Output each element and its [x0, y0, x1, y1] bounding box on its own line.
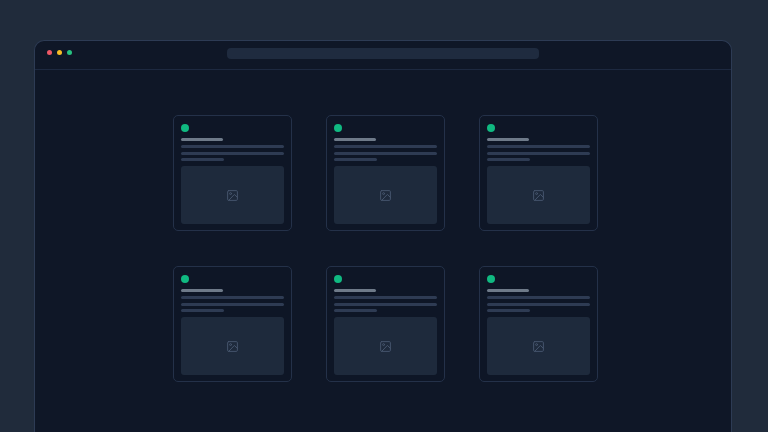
image-icon — [532, 340, 545, 353]
image-placeholder — [487, 166, 590, 224]
text-line-placeholder-3 — [334, 309, 377, 312]
card-grid — [173, 115, 598, 382]
text-line-placeholder-1 — [181, 296, 284, 299]
image-placeholder — [181, 166, 284, 224]
text-line-placeholder-2 — [487, 152, 590, 155]
title-placeholder — [181, 289, 223, 292]
text-line-placeholder-3 — [181, 158, 224, 161]
text-line-placeholder-3 — [487, 158, 530, 161]
card[interactable] — [326, 266, 445, 382]
text-line-placeholder-2 — [334, 152, 437, 155]
text-line-placeholder-1 — [334, 145, 437, 148]
image-icon — [379, 340, 392, 353]
text-line-placeholder-3 — [181, 309, 224, 312]
title-placeholder — [487, 138, 529, 141]
card[interactable] — [479, 115, 598, 231]
text-line-placeholder-3 — [487, 309, 530, 312]
title-placeholder — [334, 138, 376, 141]
status-dot — [487, 124, 495, 132]
page-content — [35, 70, 731, 432]
image-placeholder — [334, 317, 437, 375]
title-placeholder — [334, 289, 376, 292]
image-icon — [532, 189, 545, 202]
card[interactable] — [326, 115, 445, 231]
text-line-placeholder-1 — [334, 296, 437, 299]
status-dot — [487, 275, 495, 283]
traffic-lights — [47, 50, 72, 55]
image-icon — [379, 189, 392, 202]
text-line-placeholder-1 — [487, 296, 590, 299]
card[interactable] — [173, 266, 292, 382]
image-placeholder — [181, 317, 284, 375]
text-line-placeholder-1 — [487, 145, 590, 148]
status-dot — [334, 124, 342, 132]
text-line-placeholder-2 — [181, 152, 284, 155]
maximize-button[interactable] — [67, 50, 72, 55]
status-dot — [181, 124, 189, 132]
browser-topbar — [35, 41, 731, 70]
text-line-placeholder-2 — [334, 303, 437, 306]
image-placeholder — [487, 317, 590, 375]
card[interactable] — [173, 115, 292, 231]
text-line-placeholder-3 — [334, 158, 377, 161]
title-placeholder — [487, 289, 529, 292]
text-line-placeholder-1 — [181, 145, 284, 148]
desktop-background — [0, 0, 768, 432]
status-dot — [181, 275, 189, 283]
image-icon — [226, 189, 239, 202]
close-button[interactable] — [47, 50, 52, 55]
image-icon — [226, 340, 239, 353]
card[interactable] — [479, 266, 598, 382]
browser-window — [34, 40, 732, 432]
text-line-placeholder-2 — [487, 303, 590, 306]
text-line-placeholder-2 — [181, 303, 284, 306]
address-bar[interactable] — [227, 48, 539, 59]
minimize-button[interactable] — [57, 50, 62, 55]
title-placeholder — [181, 138, 223, 141]
image-placeholder — [334, 166, 437, 224]
status-dot — [334, 275, 342, 283]
